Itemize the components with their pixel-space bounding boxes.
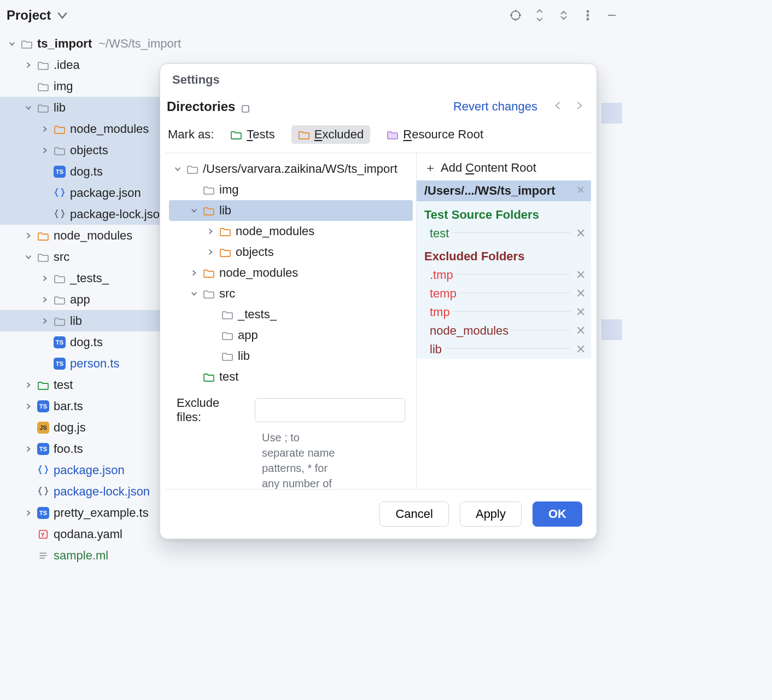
chevron-right-icon[interactable]: [24, 231, 33, 240]
ts-file-icon: TS: [37, 507, 49, 519]
target-icon[interactable]: [508, 8, 523, 22]
excluded-folder-item[interactable]: .tmp✕: [417, 266, 591, 284]
chevron-right-icon[interactable]: [24, 445, 33, 453]
json-file-icon: [37, 464, 49, 476]
chevron-right-icon[interactable]: [40, 274, 49, 283]
folder-icon: [203, 184, 215, 196]
remove-icon[interactable]: ✕: [576, 342, 586, 357]
remove-icon[interactable]: ✕: [576, 324, 586, 338]
folder-icon: [186, 163, 198, 175]
folder-icon: [203, 371, 215, 383]
remove-icon[interactable]: ✕: [576, 287, 586, 301]
folder-icon: [298, 129, 310, 141]
dir-test[interactable]: test: [169, 366, 413, 387]
cancel-button[interactable]: Cancel: [379, 501, 448, 527]
chevron-right-icon[interactable]: [24, 402, 33, 411]
chevron-right-icon[interactable]: [24, 61, 33, 69]
remove-icon[interactable]: ✕: [576, 305, 586, 319]
tool-window-title[interactable]: Project: [7, 8, 69, 23]
folder-icon: [54, 123, 66, 135]
hide-icon[interactable]: [605, 8, 619, 22]
mark-tests-button[interactable]: Tests: [224, 125, 281, 144]
exclude-hint: Use ; to separate name patterns, * for a…: [177, 424, 341, 489]
chevron-right-icon[interactable]: [24, 509, 33, 517]
chevron-right-icon[interactable]: [206, 228, 215, 235]
dir-root[interactable]: /Users/varvara.zaikina/WS/ts_import: [169, 159, 413, 179]
add-content-root-button[interactable]: ＋ Add Content Root: [417, 155, 591, 180]
folder-icon: [203, 288, 215, 300]
folder-icon: [203, 205, 215, 217]
dir-src-app[interactable]: app: [169, 325, 413, 346]
exclude-files-label: Exclude files:: [177, 396, 247, 424]
expand-all-icon[interactable]: [533, 8, 547, 22]
remove-icon[interactable]: ✕: [576, 268, 586, 282]
chevron-right-icon[interactable]: [206, 249, 215, 255]
mark-resource-button[interactable]: Resource Root: [380, 125, 490, 144]
chevron-right-icon[interactable]: [40, 125, 49, 133]
dir-node-modules[interactable]: node_modules: [169, 262, 413, 283]
js-file-icon: JS: [37, 422, 49, 434]
dir-src-tests[interactable]: _tests_: [169, 304, 413, 325]
chevron-down-icon[interactable]: [24, 253, 33, 261]
ts-file-icon: TS: [37, 400, 49, 412]
dir-src[interactable]: src: [169, 283, 413, 304]
mark-excluded-button[interactable]: Excluded: [291, 125, 371, 144]
chevron-right-icon[interactable]: [40, 295, 49, 304]
chevron-down-icon[interactable]: [190, 290, 198, 297]
folder-icon: [221, 350, 233, 362]
ts-file-icon: TS: [54, 166, 66, 178]
chevron-down-icon: [55, 8, 69, 22]
folder-icon: [54, 144, 66, 156]
folder-icon: [221, 329, 233, 341]
apply-button[interactable]: Apply: [460, 501, 522, 527]
ts-file-icon: TS: [37, 443, 49, 455]
dir-lib-objects[interactable]: objects: [169, 242, 413, 262]
remove-icon[interactable]: ✕: [576, 226, 586, 241]
excluded-folder-item[interactable]: lib✕: [417, 340, 591, 359]
back-icon[interactable]: [553, 100, 564, 114]
background-selection: [601, 319, 622, 340]
tree-item-sample-ml[interactable]: sample.ml: [0, 545, 306, 566]
exclude-files-input[interactable]: [255, 398, 405, 422]
dir-src-lib[interactable]: lib: [169, 346, 413, 366]
folder-icon: [21, 38, 33, 50]
folder-icon: [37, 379, 49, 391]
forward-icon[interactable]: [574, 100, 584, 114]
background-selection: [601, 103, 622, 124]
folder-icon: [54, 272, 66, 284]
folder-icon: [37, 102, 49, 114]
tool-window-title-label: Project: [7, 8, 51, 23]
revert-changes-link[interactable]: Revert changes: [453, 100, 537, 114]
project-root[interactable]: ts_import ~/WS/ts_import: [0, 33, 306, 54]
text-file-icon: [37, 550, 49, 562]
chevron-down-icon[interactable]: [173, 166, 182, 172]
chevron-right-icon[interactable]: [40, 146, 49, 155]
test-folder-item[interactable]: test ✕: [417, 224, 591, 243]
mini-square-icon[interactable]: [241, 102, 250, 112]
folder-icon: [37, 80, 49, 92]
excluded-folder-item[interactable]: temp✕: [417, 284, 591, 303]
dir-img[interactable]: img: [169, 179, 413, 200]
chevron-down-icon[interactable]: [24, 103, 33, 112]
content-root-item[interactable]: /Users/.../WS/ts_import: [417, 180, 591, 201]
excluded-folder-item[interactable]: tmp✕: [417, 303, 591, 322]
plus-icon: ＋: [424, 160, 436, 176]
chevron-right-icon[interactable]: [40, 317, 49, 325]
dialog-header: Settings: [160, 64, 596, 89]
more-icon[interactable]: [581, 8, 595, 22]
collapse-all-icon[interactable]: [557, 8, 571, 22]
folder-icon: [230, 129, 242, 141]
dir-lib[interactable]: lib: [169, 200, 413, 221]
tree-root-name: ts_import: [37, 37, 92, 51]
chevron-right-icon[interactable]: [24, 381, 33, 389]
dir-lib-node-modules[interactable]: node_modules: [169, 221, 413, 242]
excluded-folder-item[interactable]: node_modules✕: [417, 322, 591, 340]
tree-root-path: ~/WS/ts_import: [98, 37, 181, 51]
remove-icon[interactable]: [576, 184, 586, 198]
chevron-down-icon[interactable]: [190, 207, 198, 214]
chevron-right-icon[interactable]: [190, 270, 198, 276]
directories-tree[interactable]: /Users/varvara.zaikina/WS/ts_import img …: [166, 153, 416, 489]
ts-file-icon: TS: [54, 336, 66, 348]
chevron-down-icon[interactable]: [8, 39, 16, 48]
ok-button[interactable]: OK: [533, 501, 582, 527]
